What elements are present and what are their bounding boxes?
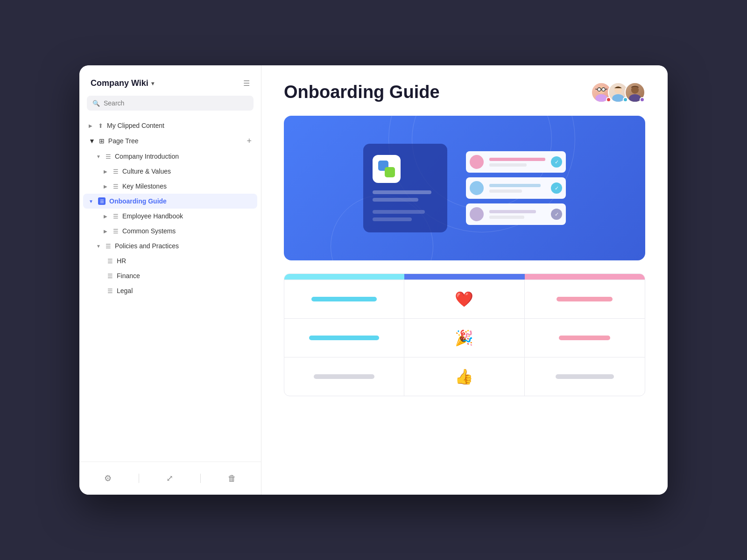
sidebar-item-clipped-content[interactable]: ▶ ⬆ My Clipped Content bbox=[79, 118, 261, 133]
table-cell-1-3 bbox=[525, 280, 645, 318]
expand-icon: ▶ bbox=[89, 123, 94, 128]
avatar-dot-3 bbox=[640, 97, 645, 102]
doc-icon: ☰ bbox=[107, 258, 113, 265]
sidebar-item-company-intro[interactable]: ▼ ☰ Company Introduction bbox=[79, 149, 261, 164]
sidebar-item-culture-values[interactable]: ▶ ☰ Culture & Values bbox=[79, 164, 261, 179]
onboarding-guide-label: Onboarding Guide bbox=[109, 197, 167, 205]
employee-handbook-label: Employee Handbook bbox=[122, 212, 183, 220]
table-cell-2-2: 🎉 bbox=[404, 319, 524, 357]
main-header: Onboarding Guide bbox=[284, 82, 645, 103]
avatar-3 bbox=[625, 82, 645, 103]
doc-icon: ☰ bbox=[113, 183, 119, 190]
search-box[interactable]: 🔍 bbox=[87, 96, 254, 111]
cell-bar bbox=[557, 297, 613, 301]
collapse-icon[interactable]: ☰ bbox=[243, 79, 250, 88]
sidebar-item-key-milestones[interactable]: ▶ ☰ Key Milestones bbox=[79, 179, 261, 194]
svg-point-8 bbox=[612, 94, 624, 103]
search-input[interactable] bbox=[104, 99, 248, 107]
legal-label: Legal bbox=[117, 287, 133, 294]
svg-rect-12 bbox=[385, 167, 395, 177]
sidebar-item-policies-practices[interactable]: ▼ ☰ Policies and Practices bbox=[79, 238, 261, 253]
main-content: Onboarding Guide bbox=[261, 65, 668, 495]
table-cell-1-1 bbox=[284, 280, 404, 318]
svg-line-5 bbox=[605, 89, 607, 90]
doc-icon: ☰ bbox=[106, 153, 111, 160]
table-cell-2-3 bbox=[525, 319, 645, 357]
share-icon[interactable]: ⤢ bbox=[162, 469, 177, 487]
expand-icon: ▶ bbox=[104, 184, 109, 189]
table-row-1: ❤️ bbox=[284, 280, 645, 318]
hero-mockup: ✓ ✓ bbox=[363, 144, 566, 232]
table-header-row bbox=[284, 274, 645, 280]
sidebar-item-finance[interactable]: ☰ Finance bbox=[79, 268, 261, 283]
mockup-right-panel: ✓ ✓ bbox=[466, 151, 566, 225]
emoji-thumbsup: 👍 bbox=[455, 368, 473, 385]
sidebar-item-legal[interactable]: ☰ Legal bbox=[79, 283, 261, 298]
footer-divider-2 bbox=[200, 474, 201, 483]
doc-icon: ☰ bbox=[113, 213, 119, 220]
emoji-party: 🎉 bbox=[455, 329, 473, 347]
svg-line-4 bbox=[595, 89, 598, 90]
hr-label: HR bbox=[117, 257, 126, 265]
sidebar-item-employee-handbook[interactable]: ▶ ☰ Employee Handbook bbox=[79, 209, 261, 224]
sidebar-item-page-tree[interactable]: ▼ ⊞ Page Tree + bbox=[79, 133, 261, 149]
delete-icon[interactable]: 🗑 bbox=[224, 470, 240, 487]
tree-icon: ⊞ bbox=[99, 137, 105, 145]
mockup-row-3: ✓ bbox=[466, 203, 566, 225]
doc-icon: ☰ bbox=[113, 168, 119, 175]
table-cell-3-2: 👍 bbox=[404, 357, 524, 396]
app-window: Company Wiki ▾ ☰ 🔍 ▶ ⬆ My Clipped Conten… bbox=[79, 65, 668, 495]
table-header-cell-2 bbox=[404, 274, 524, 280]
expand-icon: ▼ bbox=[89, 199, 94, 204]
footer-divider bbox=[139, 474, 139, 483]
mockup-check-3: ✓ bbox=[551, 209, 562, 220]
search-icon: 🔍 bbox=[92, 100, 100, 107]
svg-point-2 bbox=[598, 88, 601, 91]
mockup-text-lines-1 bbox=[489, 158, 545, 167]
mockup-text-lines-3 bbox=[489, 210, 545, 219]
finance-label: Finance bbox=[117, 272, 140, 280]
sidebar-item-onboarding-guide[interactable]: ▼ ☰ Onboarding Guide bbox=[83, 194, 257, 209]
expand-icon: ▶ bbox=[104, 214, 109, 219]
table-header-cell-3 bbox=[525, 274, 645, 280]
sidebar-header: Company Wiki ▾ ☰ bbox=[79, 65, 261, 96]
expand-icon: ▼ bbox=[89, 137, 95, 145]
expand-icon: ▶ bbox=[104, 229, 109, 234]
sidebar-footer: ⚙ ⤢ 🗑 bbox=[79, 462, 261, 495]
page-title: Onboarding Guide bbox=[284, 82, 440, 102]
sidebar-title[interactable]: Company Wiki ▾ bbox=[91, 78, 154, 88]
page-tree-label: Page Tree bbox=[108, 137, 139, 145]
mockup-avatar-pink bbox=[470, 155, 484, 169]
mockup-avatar-blue bbox=[470, 181, 484, 195]
table-cell-3-1 bbox=[284, 357, 404, 396]
avatars-group bbox=[591, 82, 645, 103]
add-icon[interactable]: + bbox=[247, 137, 252, 145]
svg-point-9 bbox=[631, 86, 639, 93]
doc-icon: ☰ bbox=[106, 243, 111, 250]
svg-point-3 bbox=[602, 88, 605, 91]
sidebar-nav: ▶ ⬆ My Clipped Content ▼ ⊞ Page Tree + ▼… bbox=[79, 116, 261, 462]
sidebar-item-hr[interactable]: ☰ HR bbox=[79, 253, 261, 268]
table-cell-3-3 bbox=[525, 357, 645, 396]
mockup-row-2: ✓ bbox=[466, 177, 566, 199]
key-milestones-label: Key Milestones bbox=[122, 182, 167, 190]
company-intro-label: Company Introduction bbox=[115, 153, 179, 160]
doc-icon: ☰ bbox=[107, 273, 113, 280]
mockup-text-lines-2 bbox=[489, 184, 545, 193]
cell-bar bbox=[309, 336, 379, 340]
doc-icon: ☰ bbox=[113, 228, 119, 235]
mockup-avatar-purple bbox=[470, 207, 484, 221]
table-row-3: 👍 bbox=[284, 357, 645, 396]
clip-icon: ⬆ bbox=[98, 122, 103, 129]
cell-bar bbox=[314, 374, 374, 379]
sidebar: Company Wiki ▾ ☰ 🔍 ▶ ⬆ My Clipped Conten… bbox=[79, 65, 261, 495]
svg-point-10 bbox=[629, 94, 641, 103]
expand-icon: ▼ bbox=[96, 244, 102, 249]
cell-bar bbox=[311, 297, 377, 301]
expand-icon: ▼ bbox=[96, 154, 102, 159]
settings-icon[interactable]: ⚙ bbox=[100, 469, 115, 487]
sidebar-item-common-systems[interactable]: ▶ ☰ Common Systems bbox=[79, 224, 261, 238]
mockup-row-1: ✓ bbox=[466, 151, 566, 173]
clipped-content-label: My Clipped Content bbox=[107, 122, 164, 129]
doc-icon: ☰ bbox=[98, 197, 106, 205]
